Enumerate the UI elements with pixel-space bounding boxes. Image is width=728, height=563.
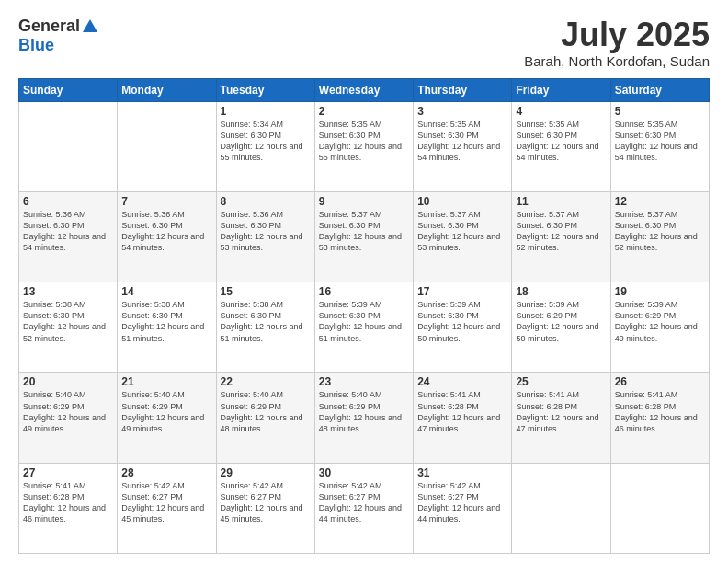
col-thursday: Thursday [414,78,512,101]
day-number: 18 [516,285,606,298]
table-row [118,101,216,191]
day-info: Sunrise: 5:40 AM Sunset: 6:29 PM Dayligh… [319,389,409,434]
logo: General Blue [18,17,97,55]
day-number: 21 [121,375,211,388]
day-info: Sunrise: 5:41 AM Sunset: 6:28 PM Dayligh… [417,389,507,434]
day-info: Sunrise: 5:35 AM Sunset: 6:30 PM Dayligh… [516,119,606,164]
day-info: Sunrise: 5:34 AM Sunset: 6:30 PM Dayligh… [221,119,311,164]
day-number: 7 [121,195,211,208]
day-info: Sunrise: 5:39 AM Sunset: 6:30 PM Dayligh… [417,299,507,344]
day-info: Sunrise: 5:35 AM Sunset: 6:30 PM Dayligh… [615,119,705,164]
subtitle: Barah, North Kordofan, Sudan [524,53,710,69]
table-row: 4Sunrise: 5:35 AM Sunset: 6:30 PM Daylig… [512,101,610,191]
day-number: 5 [615,105,705,118]
day-number: 6 [23,195,113,208]
day-info: Sunrise: 5:36 AM Sunset: 6:30 PM Dayligh… [221,209,311,254]
table-row: 6Sunrise: 5:36 AM Sunset: 6:30 PM Daylig… [19,191,118,282]
day-info: Sunrise: 5:38 AM Sunset: 6:30 PM Dayligh… [23,299,113,344]
table-row: 2Sunrise: 5:35 AM Sunset: 6:30 PM Daylig… [314,101,413,191]
table-row: 20Sunrise: 5:40 AM Sunset: 6:29 PM Dayli… [19,373,118,463]
day-number: 22 [221,375,311,388]
day-number: 4 [516,105,606,118]
day-number: 3 [417,105,507,118]
calendar-week-row: 6Sunrise: 5:36 AM Sunset: 6:30 PM Daylig… [19,191,710,282]
day-info: Sunrise: 5:37 AM Sunset: 6:30 PM Dayligh… [615,209,705,254]
day-number: 26 [615,375,705,388]
day-info: Sunrise: 5:37 AM Sunset: 6:30 PM Dayligh… [516,209,606,254]
day-info: Sunrise: 5:42 AM Sunset: 6:27 PM Dayligh… [319,480,409,525]
table-row: 17Sunrise: 5:39 AM Sunset: 6:30 PM Dayli… [414,282,512,373]
day-number: 10 [417,195,507,208]
day-info: Sunrise: 5:35 AM Sunset: 6:30 PM Dayligh… [319,119,409,164]
day-number: 16 [319,285,409,298]
day-number: 30 [319,466,409,479]
day-info: Sunrise: 5:37 AM Sunset: 6:30 PM Dayligh… [319,209,409,254]
day-info: Sunrise: 5:39 AM Sunset: 6:29 PM Dayligh… [615,299,705,344]
table-row: 14Sunrise: 5:38 AM Sunset: 6:30 PM Dayli… [118,282,216,373]
table-row: 19Sunrise: 5:39 AM Sunset: 6:29 PM Dayli… [610,282,709,373]
day-number: 29 [221,466,311,479]
table-row: 8Sunrise: 5:36 AM Sunset: 6:30 PM Daylig… [216,191,314,282]
day-info: Sunrise: 5:41 AM Sunset: 6:28 PM Dayligh… [23,480,113,525]
day-info: Sunrise: 5:41 AM Sunset: 6:28 PM Dayligh… [615,389,705,434]
day-info: Sunrise: 5:42 AM Sunset: 6:27 PM Dayligh… [121,480,211,525]
day-info: Sunrise: 5:40 AM Sunset: 6:29 PM Dayligh… [23,389,113,434]
col-wednesday: Wednesday [314,78,413,101]
day-info: Sunrise: 5:37 AM Sunset: 6:30 PM Dayligh… [417,209,507,254]
table-row: 27Sunrise: 5:41 AM Sunset: 6:28 PM Dayli… [19,463,118,553]
day-info: Sunrise: 5:42 AM Sunset: 6:27 PM Dayligh… [221,480,311,525]
calendar-week-row: 20Sunrise: 5:40 AM Sunset: 6:29 PM Dayli… [19,373,710,463]
table-row [610,463,709,553]
table-row: 11Sunrise: 5:37 AM Sunset: 6:30 PM Dayli… [512,191,610,282]
day-info: Sunrise: 5:40 AM Sunset: 6:29 PM Dayligh… [121,389,211,434]
day-number: 2 [319,105,409,118]
day-number: 27 [23,466,113,479]
table-row: 16Sunrise: 5:39 AM Sunset: 6:30 PM Dayli… [314,282,413,373]
day-number: 23 [319,375,409,388]
table-row: 21Sunrise: 5:40 AM Sunset: 6:29 PM Dayli… [118,373,216,463]
table-row [512,463,610,553]
table-row: 25Sunrise: 5:41 AM Sunset: 6:28 PM Dayli… [512,373,610,463]
table-row: 31Sunrise: 5:42 AM Sunset: 6:27 PM Dayli… [414,463,512,553]
table-row: 18Sunrise: 5:39 AM Sunset: 6:29 PM Dayli… [512,282,610,373]
calendar: Sunday Monday Tuesday Wednesday Thursday… [18,78,710,554]
table-row: 26Sunrise: 5:41 AM Sunset: 6:28 PM Dayli… [610,373,709,463]
col-saturday: Saturday [610,78,709,101]
day-info: Sunrise: 5:38 AM Sunset: 6:30 PM Dayligh… [221,299,311,344]
table-row: 13Sunrise: 5:38 AM Sunset: 6:30 PM Dayli… [19,282,118,373]
table-row: 15Sunrise: 5:38 AM Sunset: 6:30 PM Dayli… [216,282,314,373]
title-block: July 2025 Barah, North Kordofan, Sudan [524,17,710,69]
header: General Blue July 2025 Barah, North Kord… [18,17,710,69]
col-monday: Monday [118,78,216,101]
logo-general-text: General [18,17,80,36]
day-number: 17 [417,285,507,298]
table-row: 23Sunrise: 5:40 AM Sunset: 6:29 PM Dayli… [314,373,413,463]
table-row: 1Sunrise: 5:34 AM Sunset: 6:30 PM Daylig… [216,101,314,191]
col-tuesday: Tuesday [216,78,314,101]
table-row [19,101,118,191]
day-info: Sunrise: 5:40 AM Sunset: 6:29 PM Dayligh… [221,389,311,434]
day-number: 31 [417,466,507,479]
table-row: 12Sunrise: 5:37 AM Sunset: 6:30 PM Dayli… [610,191,709,282]
day-info: Sunrise: 5:36 AM Sunset: 6:30 PM Dayligh… [23,209,113,254]
table-row: 28Sunrise: 5:42 AM Sunset: 6:27 PM Dayli… [118,463,216,553]
day-number: 28 [121,466,211,479]
logo-blue-text: Blue [18,36,54,55]
day-number: 20 [23,375,113,388]
table-row: 24Sunrise: 5:41 AM Sunset: 6:28 PM Dayli… [414,373,512,463]
table-row: 29Sunrise: 5:42 AM Sunset: 6:27 PM Dayli… [216,463,314,553]
day-number: 14 [121,285,211,298]
day-number: 8 [221,195,311,208]
day-info: Sunrise: 5:39 AM Sunset: 6:29 PM Dayligh… [516,299,606,344]
day-number: 13 [23,285,113,298]
day-info: Sunrise: 5:35 AM Sunset: 6:30 PM Dayligh… [417,119,507,164]
calendar-week-row: 1Sunrise: 5:34 AM Sunset: 6:30 PM Daylig… [19,101,710,191]
day-info: Sunrise: 5:41 AM Sunset: 6:28 PM Dayligh… [516,389,606,434]
col-friday: Friday [512,78,610,101]
main-title: July 2025 [524,17,710,53]
table-row: 5Sunrise: 5:35 AM Sunset: 6:30 PM Daylig… [610,101,709,191]
day-number: 12 [615,195,705,208]
day-info: Sunrise: 5:38 AM Sunset: 6:30 PM Dayligh… [121,299,211,344]
table-row: 10Sunrise: 5:37 AM Sunset: 6:30 PM Dayli… [414,191,512,282]
calendar-week-row: 13Sunrise: 5:38 AM Sunset: 6:30 PM Dayli… [19,282,710,373]
